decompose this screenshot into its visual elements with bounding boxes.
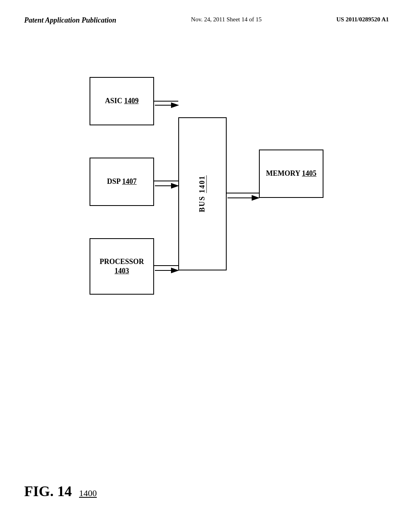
asic-box: ASIC 1409 [90, 77, 154, 125]
figure-number: FIG. 14 [24, 483, 72, 500]
diagram: ASIC 1409 DSP 1407 PROCESSOR1403 BUS 140… [81, 69, 332, 319]
sheet-info: Nov. 24, 2011 Sheet 14 of 15 [191, 16, 262, 23]
dsp-label: DSP 1407 [107, 177, 137, 186]
patent-number: US 2011/0289520 A1 [336, 16, 389, 23]
diagram-container: ASIC 1409 DSP 1407 PROCESSOR1403 BUS 140… [24, 53, 389, 335]
page: Patent Application Publication Nov. 24, … [0, 0, 413, 532]
memory-label: MEMORY 1405 [266, 169, 316, 178]
publication-label: Patent Application Publication [24, 16, 116, 25]
dsp-box: DSP 1407 [90, 158, 154, 206]
page-header: Patent Application Publication Nov. 24, … [24, 16, 389, 29]
bus-label: BUS 1401 [198, 175, 207, 212]
asic-label: ASIC 1409 [105, 96, 139, 106]
figure-ref: 1400 [79, 488, 97, 499]
processor-box: PROCESSOR1403 [90, 238, 154, 295]
figure-label: FIG. 14 1400 [24, 483, 97, 500]
processor-label: PROCESSOR1403 [100, 257, 144, 276]
memory-box: MEMORY 1405 [259, 150, 323, 198]
bus-box: BUS 1401 [178, 117, 227, 270]
